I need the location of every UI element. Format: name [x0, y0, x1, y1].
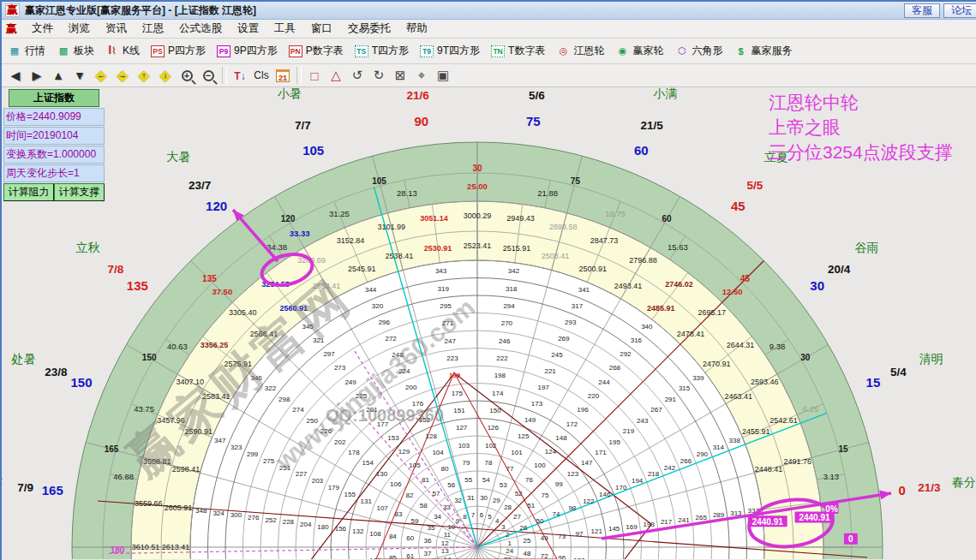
toolbar-item-t-square[interactable]: TST四方形 [352, 42, 411, 60]
toolbar-item-winner-service[interactable]: $赢家服务 [731, 42, 794, 60]
price-badge-text: 2440.91 [752, 517, 784, 527]
spiral-number: 52 [515, 490, 523, 497]
spiral-number: 56 [447, 481, 455, 489]
menu-item-2[interactable]: 资讯 [98, 21, 135, 36]
toolbar-item-p-square[interactable]: PSP四方形 [148, 42, 208, 60]
spiral-number: 32 [454, 497, 462, 504]
tool-shift-down[interactable]: ◆↓ [155, 66, 176, 85]
tool-calendar[interactable]: 21 [272, 66, 293, 85]
wheel-toolbar: ◀▶▲▼◆←◆→◆↑◆↓+−T↓Cls21□△↺↻⊠⌖▣ [2, 64, 976, 87]
tool-sep2 [296, 67, 302, 84]
toolbar-item-p-number-table[interactable]: PNP数字表 [286, 42, 346, 60]
spiral-number: 97 [576, 530, 584, 538]
percent-value: 3.13 [823, 472, 840, 481]
spiral-number: 272 [385, 335, 397, 343]
price-outer-value: 2847.73 [590, 236, 619, 245]
spiral-number: 316 [631, 337, 643, 344]
menu-item-9[interactable]: 帮助 [398, 21, 435, 36]
tool-rotate-cw[interactable]: ↻ [368, 66, 389, 85]
menu-item-7[interactable]: 窗口 [303, 21, 340, 36]
nav-down-icon: ▼ [74, 69, 86, 82]
tool-nav-down[interactable]: ▼ [69, 66, 90, 85]
menu-logo-icon: 赢 [6, 21, 17, 37]
kline-icon: ꟾ⌇ [105, 45, 119, 57]
spiral-number: 200 [405, 384, 417, 391]
spiral-number: 30 [480, 494, 488, 502]
spiral-number: 169 [626, 523, 638, 531]
menu-item-4[interactable]: 公式选股 [171, 21, 230, 36]
spiral-number: 124 [545, 448, 557, 456]
tool-screen[interactable]: ▣ [433, 66, 453, 85]
spiral-number: 33 [443, 503, 451, 511]
menu-item-1[interactable]: 浏览 [61, 21, 98, 36]
toolbar-item-hexagon[interactable]: ⬡六角形 [672, 42, 725, 60]
p-square-icon: PS [151, 45, 165, 57]
title-bar[interactable]: 赢 赢家江恩专业版[赢家服务平台] - [上证指数 江恩轮] 客服 论坛 [2, 2, 976, 20]
shift-down-icon: ◆↓ [159, 66, 171, 85]
spiral-number: 130 [376, 470, 388, 478]
service-button[interactable]: 客服 [904, 3, 940, 18]
menu-item-6[interactable]: 工具 [266, 21, 303, 36]
9t-square-label: 9T四方形 [437, 44, 480, 58]
menu-item-5[interactable]: 设置 [230, 21, 266, 36]
spiral-number: 25 [524, 537, 531, 545]
toolbar-item-t-number-table[interactable]: TNT数字表 [488, 42, 548, 60]
hexagon-icon: ⬡ [674, 45, 688, 57]
hexagon-label: 六角形 [692, 44, 722, 58]
tool-triangle-tool[interactable]: △ [326, 66, 346, 85]
price-inner-value: 2560.91 [279, 304, 308, 313]
forum-button[interactable]: 论坛 [943, 3, 976, 18]
tool-zoom-in[interactable]: + [177, 66, 197, 85]
tool-square-tool[interactable]: □ [304, 66, 325, 85]
tool-fit-box[interactable]: ⊠ [390, 66, 410, 85]
tool-center-target[interactable]: ⌖ [411, 66, 432, 85]
spiral-number: 323 [231, 444, 243, 451]
tool-zoom-out[interactable]: − [198, 66, 219, 85]
p-square-label: P四方形 [168, 44, 206, 58]
spiral-number: 151 [453, 407, 465, 414]
price-outer-value: 3000.29 [464, 211, 492, 220]
dial-date-label: 5/5 [746, 179, 763, 192]
main-toolbar: ▦行情▩板块ꟾ⌇K线PSP四方形P99P四方形PNP数字表TST四方形T99T四… [2, 39, 976, 64]
dial-term-label: 立秋 [75, 241, 99, 254]
spiral-number: 217 [661, 518, 673, 526]
calc-support-button[interactable]: 计算支撑 [54, 183, 105, 201]
tool-t-down[interactable]: T↓ [230, 66, 250, 85]
toolbar-item-sectors[interactable]: ▩板块 [54, 42, 97, 60]
tool-cls[interactable]: Cls [251, 66, 272, 85]
tool-shift-up[interactable]: ◆↑ [134, 66, 154, 85]
menu-item-3[interactable]: 江恩 [135, 21, 171, 36]
menu-item-8[interactable]: 交易委托 [340, 21, 398, 36]
calc-resistance-button[interactable]: 计算阻力 [3, 183, 54, 201]
percent-value: 12.50 [722, 287, 743, 296]
price-inner-value: 2583.41 [202, 392, 231, 401]
spiral-number: 343 [435, 267, 447, 275]
toolbar-item-gann-wheel[interactable]: ◎江恩轮 [554, 42, 607, 60]
spiral-number: 29 [493, 497, 500, 504]
tool-nav-up[interactable]: ▲ [48, 66, 69, 85]
dial-date-label: 7/8 [108, 263, 124, 276]
spiral-number: 299 [247, 450, 259, 458]
toolbar-item-quotes[interactable]: ▦行情 [5, 42, 48, 60]
toolbar-item-winner-wheel[interactable]: ◉赢家轮 [613, 42, 666, 60]
spiral-number: 268 [609, 364, 621, 372]
spiral-number: 35 [427, 524, 434, 532]
tool-nav-right[interactable]: ▶ [27, 66, 47, 85]
toolbar-item-9p-square[interactable]: P99P四方形 [214, 42, 280, 60]
toolbar-item-9t-square[interactable]: T99T四方形 [417, 42, 482, 60]
dial-degree-label: 105 [302, 143, 324, 158]
instrument-name: 上证指数 [9, 89, 99, 107]
price-inner-value: 2485.91 [647, 304, 675, 313]
tool-shift-right[interactable]: ◆→ [112, 66, 133, 85]
spiral-number: 219 [623, 427, 635, 435]
menu-item-0[interactable]: 文件 [24, 21, 61, 36]
t-number-table-icon: TN [491, 45, 505, 57]
spiral-number: 12 [441, 539, 449, 547]
tool-rotate-ccw[interactable]: ↺ [347, 66, 368, 85]
tool-shift-left[interactable]: ◆← [91, 66, 111, 85]
spiral-number: 81 [422, 476, 429, 484]
toolbar-item-kline[interactable]: ꟾ⌇K线 [103, 42, 142, 60]
price-inner-value: 2538.41 [386, 252, 414, 260]
tool-nav-left[interactable]: ◀ [5, 66, 26, 85]
instrument-info-panel: 上证指数 价格=2440.9099 时间=20190104 变换系数=1.000… [3, 89, 105, 201]
